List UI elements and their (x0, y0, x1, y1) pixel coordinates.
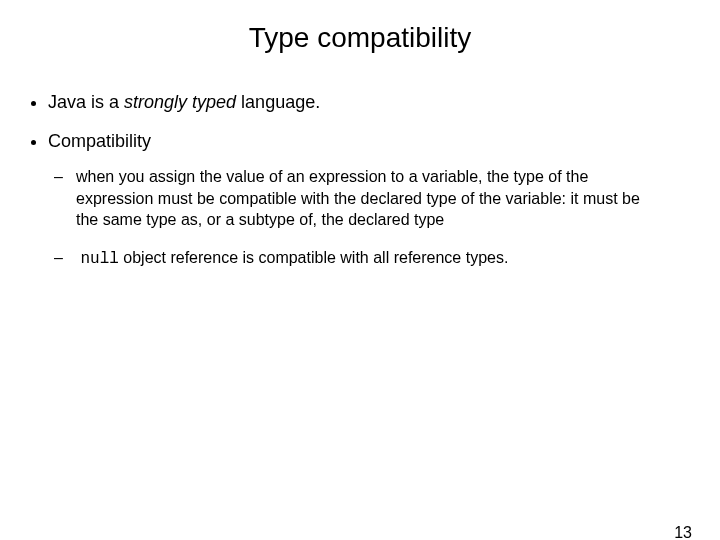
bullet-1-text-post: language. (236, 92, 320, 112)
bullet-item-1: Java is a strongly typed language. (48, 92, 720, 113)
slide: Type compatibility Java is a strongly ty… (0, 22, 720, 540)
null-code: null (80, 250, 118, 268)
bullet-list: Java is a strongly typed language. Compa… (48, 92, 720, 270)
bullet-2-text: Compatibility (48, 131, 151, 151)
sub-bullet-2-rest: object reference is compatible with all … (119, 249, 509, 266)
bullet-1-text-pre: Java is a (48, 92, 124, 112)
bullet-item-2: Compatibility when you assign the value … (48, 131, 720, 270)
page-number: 13 (674, 524, 692, 540)
slide-title: Type compatibility (0, 22, 720, 54)
sub-bullet-2: null object reference is compatible with… (48, 247, 680, 271)
sub-bullet-1: when you assign the value of an expressi… (48, 166, 680, 231)
bullet-1-emphasis: strongly typed (124, 92, 236, 112)
sub-bullet-list: when you assign the value of an expressi… (48, 166, 680, 270)
